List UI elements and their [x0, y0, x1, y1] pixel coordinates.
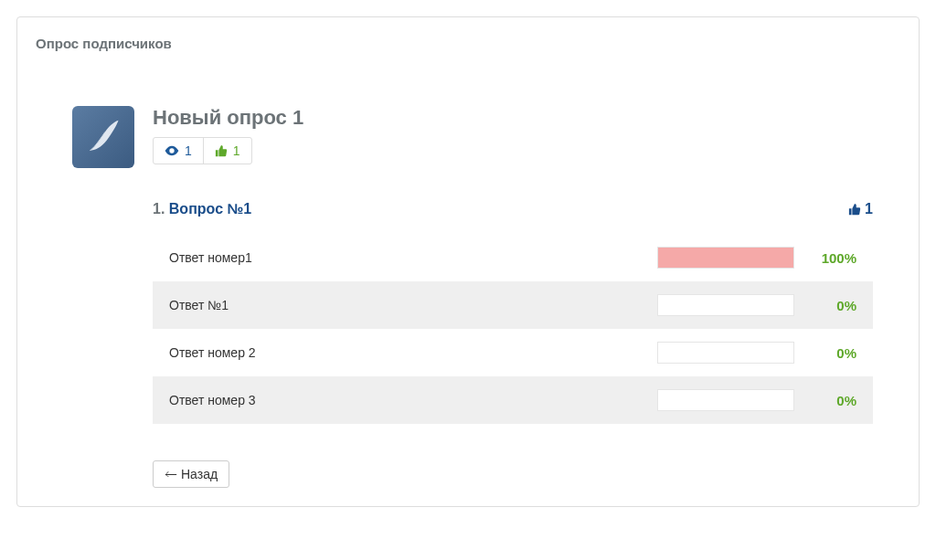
- answer-label: Ответ номер 2: [169, 345, 648, 360]
- question-vote-count: 1: [848, 201, 873, 217]
- votes-count: 1: [233, 143, 240, 158]
- bar-fill: [658, 248, 793, 268]
- bar-area: [657, 294, 803, 316]
- bar-bg: [657, 342, 794, 364]
- answer-label: Ответ номер1: [169, 250, 648, 265]
- question-thumbs-count: 1: [865, 201, 873, 217]
- main-column: Новый опрос 1 1 1 1: [153, 106, 900, 488]
- question-header: 1. Вопрос №1 1: [153, 201, 873, 217]
- thumbs-up-icon: [215, 144, 228, 157]
- question-title-wrap: 1. Вопрос №1: [153, 201, 251, 217]
- answer-label: Ответ №1: [169, 298, 648, 312]
- answer-label: Ответ номер 3: [169, 393, 648, 407]
- bar-area: [657, 389, 803, 411]
- answer-row: Ответ номер1 100%: [153, 234, 873, 281]
- eye-icon: [165, 145, 179, 156]
- question-number: 1.: [153, 201, 165, 217]
- bar-bg: [657, 247, 794, 269]
- bar-area: [657, 247, 803, 269]
- back-button[interactable]: 🡐 Назад: [153, 460, 229, 488]
- poll-panel: Опрос подписчиков Новый опрос 1 1: [16, 16, 920, 507]
- feather-icon: [83, 117, 123, 157]
- views-stat: 1: [154, 138, 203, 164]
- answer-percent: 100%: [811, 250, 856, 266]
- answer-percent: 0%: [811, 393, 856, 408]
- answer-percent: 0%: [811, 345, 856, 361]
- views-count: 1: [185, 143, 192, 158]
- answer-row: Ответ номер 3 0%: [153, 376, 873, 424]
- poll-title: Новый опрос 1: [153, 106, 873, 130]
- content-area: Новый опрос 1 1 1 1: [36, 106, 900, 488]
- question-block: 1. Вопрос №1 1 Ответ номер1: [153, 201, 873, 424]
- answer-row: Ответ №1 0%: [153, 281, 873, 329]
- answer-row: Ответ номер 2 0%: [153, 329, 873, 376]
- arrow-left-icon: 🡐: [165, 467, 177, 481]
- votes-stat: 1: [203, 138, 251, 164]
- poll-avatar: [72, 106, 134, 168]
- back-button-label: Назад: [181, 467, 218, 481]
- thumbs-up-icon: [848, 203, 861, 216]
- answers-list: Ответ номер1 100% Ответ №1: [153, 234, 873, 424]
- bar-bg: [657, 294, 794, 316]
- answer-percent: 0%: [811, 298, 856, 313]
- panel-title: Опрос подписчиков: [36, 36, 900, 51]
- bar-area: [657, 342, 803, 364]
- question-text: Вопрос №1: [169, 201, 251, 217]
- bar-bg: [657, 389, 794, 411]
- stats-box: 1 1: [153, 137, 252, 164]
